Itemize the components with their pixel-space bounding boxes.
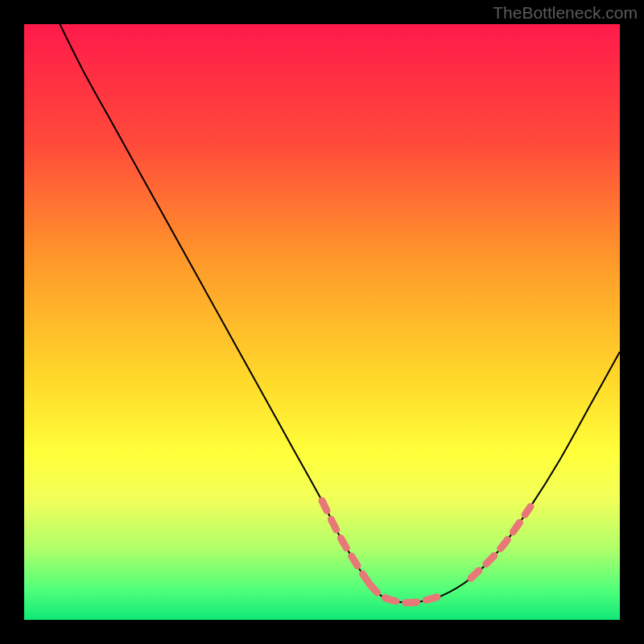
bottleneck-curve	[60, 24, 620, 603]
dash-bottom-segment	[369, 584, 441, 603]
watermark-text: TheBottleneck.com	[493, 3, 638, 23]
dash-right-segment	[471, 506, 530, 578]
curve-layer	[24, 24, 620, 620]
chart-container: TheBottleneck.com	[0, 0, 644, 644]
plot-area	[24, 24, 620, 620]
dash-left-segment	[322, 501, 369, 584]
